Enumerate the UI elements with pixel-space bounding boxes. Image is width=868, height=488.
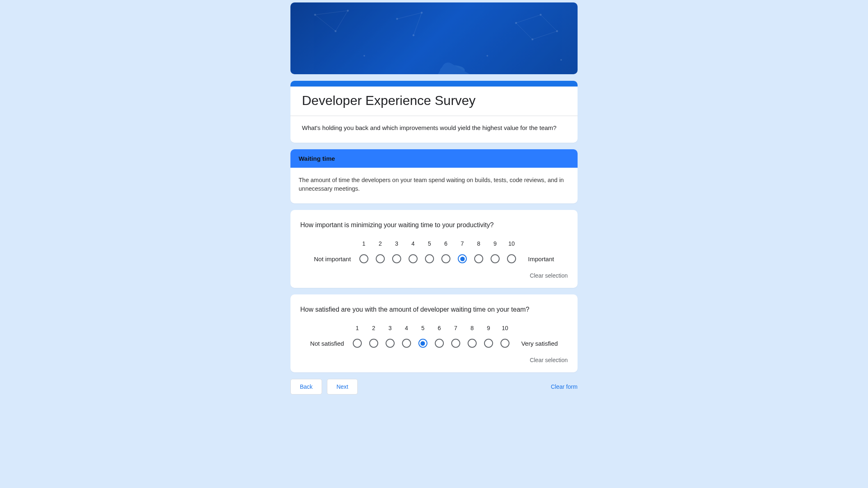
radio-q2-3[interactable] bbox=[386, 339, 395, 348]
radio-q1-6[interactable] bbox=[441, 254, 450, 263]
scale-num-3: 3 bbox=[388, 240, 405, 247]
form-title: Developer Experience Survey bbox=[302, 93, 566, 108]
scale-num-2: 2 bbox=[365, 325, 382, 331]
scale-number-labels: 1 2 3 4 5 6 7 8 9 10 bbox=[314, 240, 554, 247]
radio-q2-9[interactable] bbox=[484, 339, 493, 348]
radio-q2-4[interactable] bbox=[402, 339, 411, 348]
scale-num-7: 7 bbox=[448, 325, 464, 331]
radio-q1-2[interactable] bbox=[376, 254, 385, 263]
scale-num-1: 1 bbox=[349, 325, 365, 331]
section-title: Waiting time bbox=[299, 155, 569, 162]
svg-line-5 bbox=[315, 15, 336, 31]
radio-q2-2[interactable] bbox=[369, 339, 378, 348]
question-title: How satisfied are you with the amount of… bbox=[300, 306, 568, 313]
form-container: Developer Experience Survey What's holdi… bbox=[290, 2, 578, 395]
svg-line-17 bbox=[532, 31, 557, 39]
scale-num-8: 8 bbox=[464, 325, 480, 331]
svg-point-19 bbox=[487, 55, 488, 57]
title-card-accent bbox=[290, 81, 578, 87]
radio-q1-10[interactable] bbox=[507, 254, 516, 263]
form-subtitle: What's holding you back and which improv… bbox=[302, 123, 566, 133]
back-button[interactable]: Back bbox=[290, 379, 322, 395]
question-card-satisfaction: How satisfied are you with the amount of… bbox=[290, 294, 578, 372]
question-title: How important is minimizing your waiting… bbox=[300, 221, 568, 229]
scale-num-4: 4 bbox=[398, 325, 415, 331]
svg-point-20 bbox=[364, 55, 365, 57]
section-card: Waiting time The amount of time the deve… bbox=[290, 149, 578, 204]
section-header: Waiting time bbox=[290, 149, 578, 168]
scale-num-8: 8 bbox=[471, 240, 487, 247]
svg-line-18 bbox=[516, 23, 532, 39]
radio-q2-7[interactable] bbox=[451, 339, 460, 348]
scale-num-2: 2 bbox=[372, 240, 388, 247]
scale-num-5: 5 bbox=[421, 240, 438, 247]
radio-q1-9[interactable] bbox=[491, 254, 500, 263]
next-button[interactable]: Next bbox=[327, 379, 358, 395]
svg-rect-23 bbox=[425, 60, 535, 74]
svg-line-4 bbox=[336, 11, 348, 31]
clear-selection-button[interactable]: Clear selection bbox=[530, 357, 568, 363]
scale-number-labels: 1 2 3 4 5 6 7 8 9 10 bbox=[310, 325, 558, 331]
radio-q1-1[interactable] bbox=[359, 254, 368, 263]
scale-num-9: 9 bbox=[487, 240, 503, 247]
scale-num-10: 10 bbox=[503, 240, 520, 247]
svg-line-10 bbox=[413, 13, 422, 35]
scale-num-10: 10 bbox=[497, 325, 513, 331]
scale-num-4: 4 bbox=[405, 240, 421, 247]
header-banner bbox=[290, 2, 578, 74]
svg-line-3 bbox=[315, 11, 348, 15]
scale-right-label: Very satisfied bbox=[521, 340, 558, 347]
radio-q2-10[interactable] bbox=[500, 339, 509, 348]
svg-line-15 bbox=[516, 15, 541, 23]
scale-num-6: 6 bbox=[438, 240, 454, 247]
scale-num-9: 9 bbox=[480, 325, 497, 331]
svg-line-9 bbox=[397, 13, 422, 19]
svg-line-16 bbox=[541, 15, 557, 31]
title-divider bbox=[290, 116, 578, 116]
svg-point-21 bbox=[561, 59, 562, 61]
scale-num-5: 5 bbox=[415, 325, 431, 331]
question-card-importance: How important is minimizing your waiting… bbox=[290, 210, 578, 288]
radio-q1-3[interactable] bbox=[392, 254, 401, 263]
radio-q2-5[interactable] bbox=[418, 339, 427, 348]
radio-q2-1[interactable] bbox=[353, 339, 362, 348]
scale-right-label: Important bbox=[528, 255, 554, 262]
radio-q1-4[interactable] bbox=[409, 254, 418, 263]
section-description: The amount of time the developers on you… bbox=[299, 176, 569, 194]
scale-num-3: 3 bbox=[382, 325, 398, 331]
radio-q2-8[interactable] bbox=[468, 339, 477, 348]
scale-left-label: Not important bbox=[314, 255, 351, 262]
radio-q1-7[interactable] bbox=[458, 254, 467, 263]
footer-row: Back Next Clear form bbox=[290, 379, 578, 395]
clear-form-button[interactable]: Clear form bbox=[551, 383, 578, 390]
clear-selection-button[interactable]: Clear selection bbox=[530, 272, 568, 279]
scale-num-7: 7 bbox=[454, 240, 471, 247]
scale-left-label: Not satisfied bbox=[310, 340, 344, 347]
scale-num-6: 6 bbox=[431, 325, 448, 331]
title-card: Developer Experience Survey What's holdi… bbox=[290, 81, 578, 143]
radio-q1-8[interactable] bbox=[474, 254, 483, 263]
radio-q2-6[interactable] bbox=[435, 339, 444, 348]
radio-q1-5[interactable] bbox=[425, 254, 434, 263]
scale-num-1: 1 bbox=[356, 240, 372, 247]
